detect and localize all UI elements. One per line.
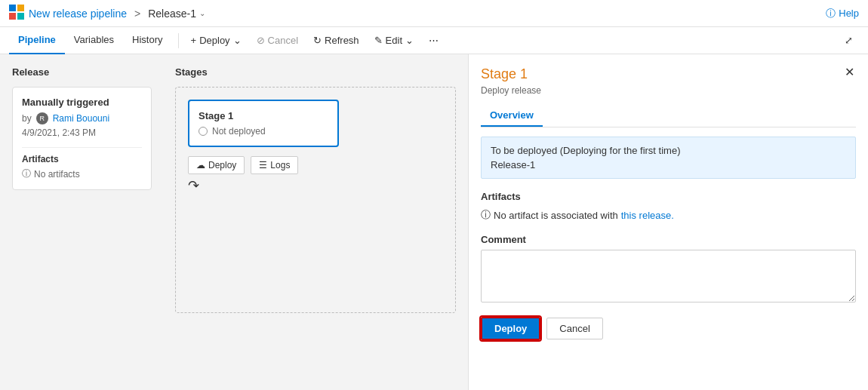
panel-subtitle: Deploy release [481, 85, 856, 96]
artifacts-right-title: Artifacts [481, 191, 856, 202]
svg-rect-3 [17, 13, 24, 20]
stages-section-title: Stages [175, 66, 456, 78]
svg-rect-0 [9, 5, 16, 11]
tab-history[interactable]: History [123, 27, 171, 54]
nav-tabs: Pipeline Variables History [9, 27, 172, 54]
trigger-by: by R Rami Bououni [22, 112, 142, 124]
right-panel: ✕ Stage 1 Deploy release Overview To be … [468, 54, 868, 390]
artifacts-section: Artifacts ⓘ No artifacts [22, 147, 142, 180]
cursor-indicator: ↷ [188, 177, 443, 194]
pipeline-title[interactable]: New release pipeline [29, 8, 127, 20]
panel-title: Stage 1 [481, 66, 856, 82]
deploy-chevron-icon: ⌄ [233, 35, 242, 46]
trigger-date: 4/9/2021, 2:43 PM [22, 127, 142, 138]
stage-status-text: Not deployed [212, 126, 266, 137]
breadcrumb-separator: > [134, 8, 140, 20]
expand-button[interactable]: ⤢ [839, 32, 859, 49]
stages-section: Stages Stage 1 Not deployed ☁ Deploy ☰ [175, 66, 456, 378]
release-section-title: Release [12, 66, 163, 78]
action-buttons: Deploy Cancel [481, 317, 856, 340]
deploy-info-main: To be deployed (Deploying for the first … [491, 145, 846, 156]
stage-card: Stage 1 Not deployed [188, 100, 339, 147]
refresh-icon: ↻ [313, 35, 322, 46]
tab-pipeline[interactable]: Pipeline [9, 27, 65, 54]
trigger-title: Manually triggered [22, 97, 142, 108]
release-name: Release-1 ⌄ [148, 8, 205, 20]
stage-actions: ☁ Deploy ☰ Logs [188, 156, 443, 174]
tab-variables[interactable]: Variables [65, 27, 123, 54]
deploy-button[interactable]: + Deploy ⌄ [185, 32, 248, 49]
user-name[interactable]: Rami Bououni [53, 113, 109, 124]
comment-section: Comment [481, 234, 856, 305]
comment-textarea[interactable] [481, 250, 856, 302]
stage-status: Not deployed [199, 126, 328, 137]
release-section: Release Manually triggered by R Rami Bou… [12, 66, 163, 378]
deploy-info-box: To be deployed (Deploying for the first … [481, 137, 856, 179]
stage-logs-button[interactable]: ☰ Logs [251, 156, 298, 174]
stage-logs-label: Logs [270, 160, 290, 170]
top-bar: New release pipeline > Release-1 ⌄ ⓘ Hel… [0, 0, 868, 27]
stage-deploy-button[interactable]: ☁ Deploy [188, 156, 245, 174]
panel-cancel-button[interactable]: Cancel [546, 318, 602, 339]
release-chevron-icon[interactable]: ⌄ [199, 9, 205, 17]
refresh-button[interactable]: ↻ Refresh [307, 32, 365, 49]
edit-icon: ✎ [374, 35, 383, 46]
expand-icon: ⤢ [845, 35, 853, 46]
nav-actions: + Deploy ⌄ ⊘ Cancel ↻ Refresh ✎ Edit ⌄ ⋯ [185, 32, 445, 49]
deploy-info-text: To be deployed (Deploying for the first … [491, 145, 680, 156]
help-link[interactable]: ⓘ Help [826, 7, 859, 20]
cancel-icon: ⊘ [257, 35, 265, 46]
stage-deploy-icon: ☁ [196, 160, 205, 170]
stage-logs-icon: ☰ [259, 160, 267, 170]
by-label: by [22, 113, 32, 124]
refresh-label: Refresh [325, 35, 359, 46]
info-icon: ⓘ [22, 167, 31, 180]
artifacts-release-link[interactable]: this release. [621, 210, 674, 221]
close-button[interactable]: ✕ [840, 63, 859, 81]
user-avatar: R [36, 112, 48, 124]
left-panel: Release Manually triggered by R Rami Bou… [0, 54, 468, 390]
top-bar-left: New release pipeline > Release-1 ⌄ [9, 5, 826, 22]
help-label: Help [839, 8, 859, 19]
nav-bar: Pipeline Variables History + Deploy ⌄ ⊘ … [0, 27, 868, 54]
stages-container: Stage 1 Not deployed ☁ Deploy ☰ Logs [175, 87, 456, 313]
edit-label: Edit [386, 35, 402, 46]
nav-divider [178, 33, 179, 48]
help-icon: ⓘ [826, 7, 836, 20]
deploy-icon: + [191, 35, 197, 46]
edit-button[interactable]: ✎ Edit ⌄ [368, 32, 420, 49]
svg-rect-1 [17, 5, 24, 11]
more-button[interactable]: ⋯ [423, 32, 445, 49]
cancel-label: Cancel [268, 35, 298, 46]
artifacts-info-icon: ⓘ [481, 208, 491, 222]
panel-tabs: Overview [481, 105, 856, 127]
artifacts-info: ⓘ No artifacts [22, 167, 142, 180]
edit-chevron-icon: ⌄ [405, 35, 414, 46]
app-logo-icon [9, 5, 24, 22]
more-icon: ⋯ [429, 35, 439, 46]
main-content: Release Manually triggered by R Rami Bou… [0, 54, 868, 390]
comment-label: Comment [481, 234, 856, 245]
close-icon: ✕ [845, 66, 854, 78]
release-name-label: Release-1 [148, 8, 196, 20]
deploy-label: Deploy [199, 35, 229, 46]
panel-tab-overview[interactable]: Overview [481, 105, 543, 127]
artifacts-right-info: ⓘ No artifact is associated with this re… [481, 208, 856, 222]
release-card: Manually triggered by R Rami Bououni 4/9… [12, 87, 152, 190]
stage-deploy-label: Deploy [208, 160, 236, 170]
artifacts-label: Artifacts [22, 154, 142, 164]
stage-name: Stage 1 [199, 110, 328, 121]
no-artifacts-text: No artifacts [34, 169, 80, 180]
svg-rect-2 [9, 13, 16, 20]
status-circle-icon [199, 127, 208, 136]
cancel-button[interactable]: ⊘ Cancel [251, 32, 304, 49]
artifacts-right: Artifacts ⓘ No artifact is associated wi… [481, 191, 856, 222]
panel-deploy-button[interactable]: Deploy [481, 317, 540, 340]
artifacts-info-text: No artifact is associated with [494, 210, 618, 221]
deploy-info-release: Release-1 [491, 159, 846, 170]
